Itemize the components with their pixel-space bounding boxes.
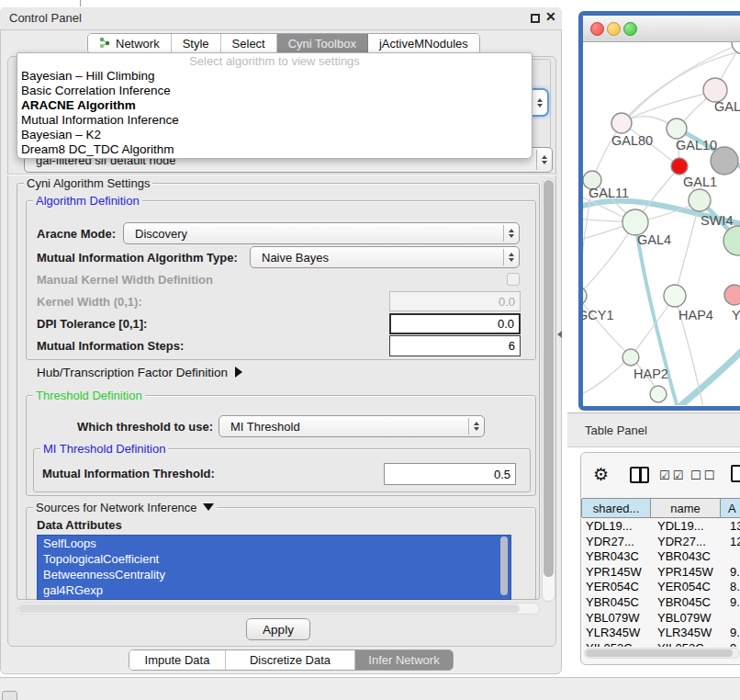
network-window-titlebar[interactable] bbox=[583, 16, 740, 42]
table-row[interactable]: YLR345WYLR345W9. bbox=[582, 625, 740, 640]
apply-button[interactable]: Apply bbox=[246, 618, 310, 640]
node-label-hap2: HAP2 bbox=[633, 367, 668, 381]
bottom-strip bbox=[0, 677, 740, 700]
data-attributes-list[interactable]: SelfLoopsTopologicalCoefficientBetweenne… bbox=[37, 535, 511, 600]
aracne-mode-label: Aracne Mode: bbox=[37, 227, 116, 241]
network-edge[interactable] bbox=[675, 201, 700, 296]
minimize-traffic-light-icon[interactable] bbox=[607, 22, 621, 36]
node-bottom-partial[interactable] bbox=[650, 386, 667, 402]
node-red[interactable] bbox=[671, 158, 688, 175]
table-row[interactable]: YDR27...YDR27...12 bbox=[582, 534, 740, 549]
float-window-icon[interactable] bbox=[531, 14, 540, 23]
mi-type-value: Naive Bayes bbox=[251, 251, 329, 265]
aracne-mode-combobox[interactable]: Discovery bbox=[123, 222, 520, 244]
table-hscrollbar-thumb[interactable] bbox=[586, 649, 733, 657]
tab-infer-network[interactable]: Infer Network bbox=[355, 650, 453, 670]
node-gcy1[interactable] bbox=[583, 287, 587, 305]
algorithm-option[interactable]: Bayesian – K2 bbox=[17, 128, 532, 142]
combo-stepper-icon bbox=[503, 225, 519, 242]
table-row[interactable]: YBR045CYBR045C9. bbox=[582, 594, 740, 610]
manual-kernel-checkbox[interactable] bbox=[507, 273, 520, 286]
network-edge[interactable] bbox=[583, 357, 630, 397]
algorithm-option[interactable]: Basic Correlation Inference bbox=[17, 84, 532, 98]
split-pane-handle-icon[interactable] bbox=[557, 331, 562, 338]
column-header-1[interactable]: shared... bbox=[581, 499, 651, 517]
mi-steps-label: Mutual Information Steps: bbox=[37, 339, 184, 353]
algorithm-option[interactable]: ARACNE Algorithm bbox=[17, 98, 532, 113]
hub-factor-expander[interactable]: Hub/Transcription Factor Definition bbox=[37, 366, 242, 379]
node-gal80[interactable] bbox=[611, 113, 632, 133]
algorithm-option[interactable]: Mutual Information Inference bbox=[17, 113, 532, 128]
table-cell: 9. bbox=[726, 564, 740, 580]
settings-vscrollbar-thumb[interactable] bbox=[544, 180, 554, 577]
table-row[interactable]: YPR145WYPR145W9. bbox=[582, 564, 740, 580]
mi-type-combobox[interactable]: Naive Bayes bbox=[250, 246, 520, 268]
table-header-row: shared...nameA bbox=[582, 498, 740, 518]
table-cell: 8. bbox=[726, 579, 740, 594]
network-edge[interactable] bbox=[583, 223, 634, 296]
network-canvas[interactable]: GALGAL80GAL10GAL1GAL11SWI4GAL4GCY1HAP4YH… bbox=[583, 42, 740, 405]
column-header-2[interactable]: name bbox=[650, 499, 721, 517]
column-header-3[interactable]: A bbox=[720, 499, 740, 517]
table-row[interactable]: YBL079WYBL079W bbox=[582, 610, 740, 626]
mi-threshold-field[interactable]: 0.5 bbox=[384, 463, 516, 485]
node-gal10[interactable] bbox=[667, 119, 687, 139]
dpi-tolerance-field[interactable]: 0.0 bbox=[389, 313, 521, 334]
tab-jactivemnodules[interactable]: jActiveMNodules bbox=[368, 34, 479, 53]
page-icon[interactable] bbox=[731, 465, 740, 482]
node-label-gcy1: GCY1 bbox=[583, 308, 614, 322]
deselect-all-checks-icon[interactable]: ☐☐ bbox=[690, 469, 717, 482]
select-all-checks-icon[interactable]: ☑☑ bbox=[659, 469, 686, 482]
node-label-gal1: GAL1 bbox=[683, 175, 717, 189]
algorithm-popup-placeholder: Select algorithm to view settings bbox=[17, 53, 532, 69]
close-icon[interactable]: ✕ bbox=[545, 9, 556, 24]
mi-steps-field[interactable]: 6 bbox=[389, 335, 521, 356]
settings-hscrollbar-thumb[interactable] bbox=[18, 604, 520, 613]
node-hap4[interactable] bbox=[664, 285, 686, 307]
node-gal1[interactable] bbox=[689, 189, 711, 211]
mi-threshold-label: Mutual Information Threshold: bbox=[42, 467, 215, 480]
tab-cyni-toolbox[interactable]: Cyni Toolbox bbox=[277, 34, 368, 53]
control-panel-titlebar[interactable]: Control Panel bbox=[0, 7, 562, 30]
network-edge[interactable] bbox=[632, 297, 675, 356]
bottom-left-mini-button[interactable] bbox=[2, 691, 17, 700]
tab-style[interactable]: Style bbox=[172, 34, 221, 53]
tab-select[interactable]: Select bbox=[221, 34, 277, 53]
kernel-width-field: 0.0 bbox=[389, 291, 521, 311]
tab-impute-data[interactable]: Impute Data bbox=[129, 650, 226, 670]
attribute-item[interactable]: gal4RGexp bbox=[38, 582, 510, 598]
table-row[interactable]: YER054CYER054C8. bbox=[582, 579, 740, 594]
algorithm-dropdown-popup: Select algorithm to view settings Bayesi… bbox=[17, 52, 533, 159]
columns-icon[interactable] bbox=[630, 467, 649, 483]
expander-collapsed-icon bbox=[235, 367, 242, 378]
table-row[interactable]: YBR043CYBR043C bbox=[582, 548, 740, 564]
tab-network[interactable]: Network bbox=[88, 34, 172, 53]
table-cell: YDR27... bbox=[654, 534, 726, 549]
sources-label[interactable]: Sources for Network Inference bbox=[33, 501, 217, 514]
node-swi4[interactable] bbox=[723, 226, 740, 255]
gear-icon[interactable]: ⚙ bbox=[593, 464, 609, 485]
close-traffic-light-icon[interactable] bbox=[590, 22, 604, 36]
node-gal4[interactable] bbox=[622, 209, 648, 235]
which-threshold-combobox[interactable]: MI Threshold bbox=[219, 415, 485, 437]
node-hap2[interactable] bbox=[622, 349, 639, 366]
algorithm-option[interactable]: Bayesian – Hill Climbing bbox=[17, 69, 532, 84]
threshold-definition-label: Threshold Definition bbox=[33, 389, 145, 402]
control-panel-tabbar: NetworkStyleSelectCyni ToolboxjActiveMNo… bbox=[87, 33, 480, 54]
network-edge[interactable] bbox=[583, 297, 630, 356]
node-salmon[interactable] bbox=[724, 285, 740, 305]
zoom-traffic-light-icon[interactable] bbox=[623, 22, 637, 36]
attributes-list-scrollbar[interactable] bbox=[500, 536, 508, 595]
attribute-item[interactable]: SelfLoops bbox=[38, 536, 510, 551]
kernel-width-label: Kernel Width (0,1): bbox=[37, 295, 142, 309]
network-edge-highlighted[interactable] bbox=[676, 349, 740, 405]
attribute-item[interactable]: TopologicalCoefficient bbox=[38, 551, 510, 567]
table-row[interactable]: YDL19...YDL19...13 bbox=[582, 518, 740, 534]
attribute-item[interactable]: BetweennessCentrality bbox=[38, 567, 510, 582]
table-panel-titlebar[interactable]: Table Panel bbox=[567, 412, 740, 447]
mi-threshold-definition-label: MI Threshold Definition bbox=[40, 442, 168, 456]
table-cell: YDL19... bbox=[582, 518, 654, 534]
table-row[interactable]: YIL053CYIL053C9 bbox=[582, 640, 740, 647]
tab-discretize-data[interactable]: Discretize Data bbox=[226, 650, 355, 670]
algorithm-option[interactable]: Dream8 DC_TDC Algorithm bbox=[17, 142, 532, 157]
